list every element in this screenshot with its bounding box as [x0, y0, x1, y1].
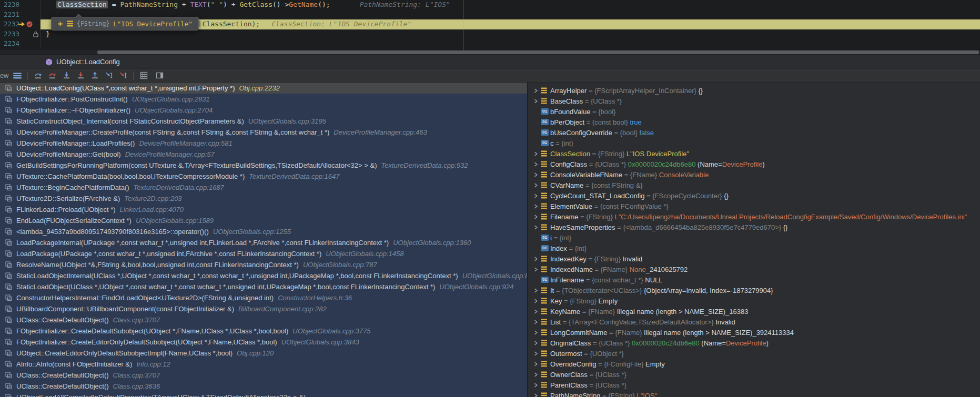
- variable-row[interactable]: Filename = {FString} L"C:/Users/lipengzh…: [528, 211, 980, 222]
- variable-row[interactable]: Key = {FString} Empty: [528, 296, 980, 306]
- variable-row[interactable]: HaveSameProperties = {<lambda_d6666454ba…: [528, 222, 980, 232]
- expand-chevron-icon[interactable]: [533, 299, 541, 303]
- variable-row[interactable]: PathNameString = {FString} L"IOS": [528, 390, 980, 397]
- editor-line[interactable]: 2230ClassSection = PathNameString + TEXT…: [0, 0, 980, 10]
- variable-row[interactable]: It = {TObjectIterator<UClass>} {ObjectAr…: [528, 285, 980, 296]
- editor-gutter[interactable]: 2233: [0, 29, 41, 39]
- expand-chevron-icon[interactable]: [533, 362, 541, 367]
- frame-row[interactable]: UClass::CreateDefaultObject()Class.cpp:3…: [0, 370, 527, 381]
- variable-row[interactable]: 01i = {int}: [528, 232, 980, 243]
- variables-panel[interactable]: ArrayHelper = {FScriptArrayHelper_InCont…: [528, 83, 980, 397]
- expand-chevron-icon[interactable]: [533, 99, 541, 104]
- frame-row[interactable]: UObjectLoadAllCompiledInDefaultPropertie…: [0, 392, 527, 397]
- variable-row[interactable]: IndexedKey = {FString} Invalid: [528, 253, 980, 264]
- variable-row[interactable]: 01Index = {int}: [528, 243, 980, 253]
- expand-chevron-icon[interactable]: [533, 341, 541, 345]
- frame-row[interactable]: GetBuildSettingsForRunningPlatform(const…: [0, 160, 527, 171]
- variable-row[interactable]: LongCommitName = {FName} Illegal name (l…: [528, 327, 980, 338]
- expand-chevron-icon[interactable]: [533, 393, 541, 397]
- variable-row[interactable]: ElementValue = {const FConfigValue *}: [528, 201, 980, 211]
- frame-row[interactable]: UDeviceProfileManager::CreateProfile(con…: [0, 127, 527, 138]
- expand-chevron-icon[interactable]: [533, 288, 541, 293]
- expand-chevron-icon[interactable]: [533, 320, 541, 324]
- frame-row[interactable]: UBillboardComponent::UBillboardComponent…: [0, 303, 527, 314]
- variable-row[interactable]: 01bUseConfigOverride = {bool} false: [528, 127, 980, 138]
- frame-row[interactable]: UClass::CreateDefaultObject()Class.cpp:3…: [0, 314, 527, 325]
- frame-row[interactable]: ConstructorHelpersInternal::FindOrLoadOb…: [0, 292, 527, 303]
- frame-row[interactable]: UObject::LoadConfig(UClass *,const wchar…: [0, 83, 527, 94]
- editor-line[interactable]: 2233}: [0, 29, 980, 39]
- expand-chevron-icon[interactable]: [533, 257, 541, 261]
- code-editor[interactable]: 2230ClassSection = PathNameString + TEXT…: [0, 0, 980, 55]
- frame-row[interactable]: UClass::CreateDefaultObject()Class.cpp:3…: [0, 381, 527, 392]
- frame-row[interactable]: UTexture::CachePlatformData(bool,bool,bo…: [0, 171, 527, 182]
- frame-row[interactable]: UDeviceProfileManager::LoadProfiles()Dev…: [0, 138, 527, 149]
- variable-row[interactable]: 01bFoundValue = {bool}: [528, 106, 980, 117]
- force-step-into-icon[interactable]: [74, 70, 87, 82]
- expand-chevron-icon[interactable]: [533, 372, 541, 377]
- expand-chevron-icon[interactable]: [533, 204, 541, 209]
- variable-row[interactable]: 01InFilename = {const wchar_t *} NULL: [528, 274, 980, 285]
- add-to-watches-icon[interactable]: [57, 21, 63, 27]
- expand-chevron-icon[interactable]: [533, 183, 541, 188]
- frame-row[interactable]: FObjectInitializer::CreateDefaultSubobje…: [0, 325, 527, 337]
- variable-row[interactable]: BaseClass = {UClass *}: [528, 96, 980, 106]
- force-step-over-icon[interactable]: [46, 70, 58, 82]
- frame-row[interactable]: UDeviceProfileManager::Get(bool)DevicePr…: [0, 149, 527, 160]
- force-run-to-cursor-icon[interactable]: [117, 70, 129, 82]
- menu-icon[interactable]: [11, 70, 24, 82]
- variable-row[interactable]: ClassSection = {FString} L"IOS DevicePro…: [528, 148, 980, 159]
- step-into-icon[interactable]: [60, 70, 73, 82]
- expand-chevron-icon[interactable]: [533, 162, 541, 167]
- editor-line[interactable]: 2234: [0, 39, 980, 49]
- frame-row[interactable]: <lambda_94537a9bd809517493790f80316e3165…: [0, 226, 527, 237]
- step-over-icon[interactable]: [32, 70, 44, 82]
- expand-chevron-icon[interactable]: [533, 225, 541, 230]
- editor-hscrollbar-thumb[interactable]: [97, 50, 979, 54]
- expand-chevron-icon[interactable]: [533, 194, 541, 198]
- frame-row[interactable]: FLinkerLoad::Preload(UObject *)LinkerLoa…: [0, 204, 527, 215]
- frame-row[interactable]: UObject::CreateEditorOnlyDefaultSubobjec…: [0, 348, 527, 359]
- variable-row[interactable]: ConsoleVariableFName = {FName} ConsoleVa…: [528, 169, 980, 180]
- variable-row[interactable]: IndexedName = {FName} None_2410625792: [528, 264, 980, 274]
- expand-chevron-icon[interactable]: [533, 151, 541, 156]
- frame-row[interactable]: UTexture2D::Serialize(FArchive &)Texture…: [0, 193, 527, 204]
- expand-chevron-icon[interactable]: [533, 267, 541, 272]
- variable-row[interactable]: List = {TArray<FConfigValue,TSizedDefaul…: [528, 317, 980, 327]
- variable-row[interactable]: CycleCount_STAT_LoadConfig = {FScopeCycl…: [528, 190, 980, 201]
- layout-settings-icon[interactable]: [153, 70, 166, 82]
- expand-chevron-icon[interactable]: [533, 351, 541, 356]
- run-to-cursor-icon[interactable]: [103, 70, 115, 82]
- breadcrumb[interactable]: UObject::LoadConfig: [45, 58, 120, 66]
- expand-chevron-icon[interactable]: [533, 172, 541, 177]
- variable-row[interactable]: Outermost = {UObject *}: [528, 348, 980, 359]
- variable-row[interactable]: OriginalClass = {UClass *} 0x0000020c24d…: [528, 338, 980, 348]
- variable-row[interactable]: OwnerClass = {UClass *}: [528, 369, 980, 380]
- expand-chevron-icon[interactable]: [533, 383, 541, 388]
- frame-row[interactable]: ResolveName(UObject *&,FString &,bool,bo…: [0, 259, 527, 270]
- step-out-icon[interactable]: [88, 70, 101, 82]
- expand-chevron-icon[interactable]: [533, 215, 541, 219]
- frame-row[interactable]: StaticConstructObject_Internal(const FSt…: [0, 116, 527, 127]
- variable-row[interactable]: ConfigClass = {UClass *} 0x0000020c24db6…: [528, 159, 980, 169]
- frame-row[interactable]: EndLoad(FUObjectSerializeContext *)UObje…: [0, 215, 527, 226]
- expand-chevron-icon[interactable]: [533, 88, 541, 93]
- frame-row[interactable]: UTexture::BeginCachePlatformData()Textur…: [0, 182, 527, 193]
- frame-row[interactable]: LoadPackage(UPackage *,const wchar_t *,u…: [0, 248, 527, 259]
- variable-row[interactable]: 01bPerObject = {const bool} true: [528, 117, 980, 127]
- editor-gutter[interactable]: 2234: [0, 39, 41, 49]
- variable-row[interactable]: KeyName = {FName} Illegal name (length >…: [528, 306, 980, 317]
- variable-row[interactable]: CVarName = {const FString &}: [528, 180, 980, 190]
- editor-gutter[interactable]: 2231: [0, 10, 41, 20]
- variable-row[interactable]: ParentClass = {UClass *}: [528, 380, 980, 390]
- variable-row[interactable]: OverrideConfig = {FConfigFile} Empty: [528, 359, 980, 369]
- call-stack-panel[interactable]: UObject::LoadConfig(UClass *,const wchar…: [0, 83, 528, 397]
- frame-row[interactable]: FObjectInitializer::CreateEditorOnlyDefa…: [0, 337, 527, 348]
- editor-gutter[interactable]: 2232: [0, 19, 41, 29]
- frame-row[interactable]: LoadPackageInternal(UPackage *,const wch…: [0, 237, 527, 248]
- editor-gutter[interactable]: 2230: [0, 0, 41, 10]
- frame-row[interactable]: FObjectInitializer::PostConstructInit()U…: [0, 94, 527, 105]
- variable-row[interactable]: ArrayHelper = {FScriptArrayHelper_InCont…: [528, 85, 980, 96]
- frame-row[interactable]: StaticLoadObject(UClass *,UObject *,cons…: [0, 281, 527, 292]
- frame-row[interactable]: FObjectInitializer::~FObjectInitializer(…: [0, 105, 527, 116]
